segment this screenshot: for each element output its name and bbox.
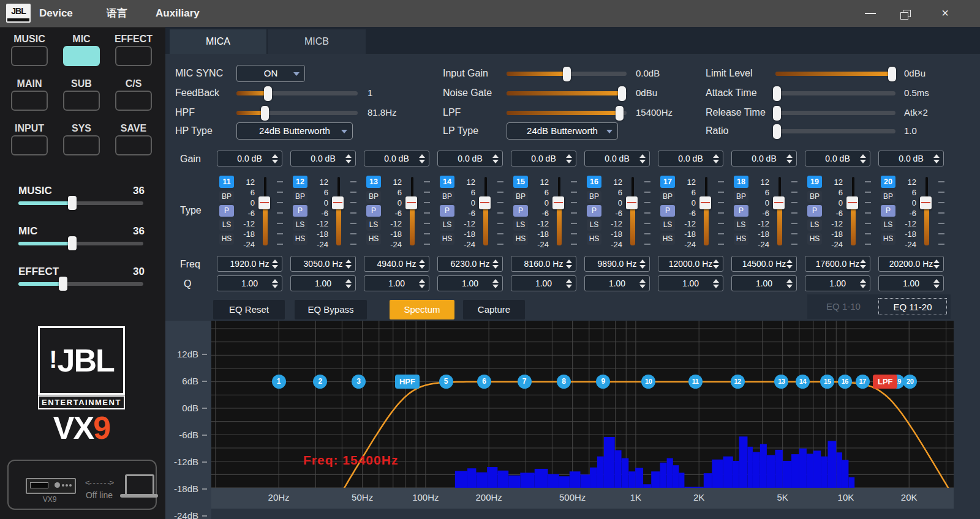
eq-type-button-p-18[interactable]: P [734, 205, 748, 217]
eq-type-button-bp-19[interactable]: BP [807, 191, 822, 203]
eq-type-button-hs-19[interactable]: HS [807, 233, 822, 245]
eq-gain-fader-14[interactable] [479, 196, 491, 209]
nav-button-sys[interactable] [63, 135, 100, 155]
eq-type-button-ls-18[interactable]: LS [734, 219, 748, 231]
eq-type-button-ls-12[interactable]: LS [293, 219, 307, 231]
eq-gain-spinbox-11[interactable]: 0.0 dB [217, 151, 282, 166]
slider-ratio[interactable] [775, 129, 895, 133]
eq-type-button-bp-11[interactable]: BP [219, 191, 234, 203]
dropdown-hp-type[interactable]: 24dB Butterworth [236, 122, 353, 140]
spinner-arrows-icon[interactable] [933, 259, 940, 270]
spinner-arrows-icon[interactable] [566, 278, 572, 289]
eq-gain-spinbox-16[interactable]: 0.0 dB [584, 151, 650, 166]
slider-handle-feedback[interactable] [264, 86, 272, 101]
spinner-arrows-icon[interactable] [272, 154, 278, 165]
eq-gain-spinbox-14[interactable]: 0.0 dB [437, 151, 503, 166]
slider-input-gain[interactable] [507, 72, 627, 76]
spinner-arrows-icon[interactable] [492, 154, 499, 165]
eq-band-marker-12[interactable]: 12 [731, 375, 745, 389]
nav-button-input[interactable] [11, 135, 48, 155]
eq-type-button-p-14[interactable]: P [440, 205, 454, 217]
eq-freq-spinbox-12[interactable]: 3050.0 Hz [290, 256, 356, 272]
eq-type-button-bp-13[interactable]: BP [366, 191, 381, 203]
eq-type-button-ls-20[interactable]: LS [881, 219, 895, 231]
eq-type-button-hs-16[interactable]: HS [587, 233, 601, 245]
eq-gain-fader-17[interactable] [699, 196, 711, 209]
eq-freq-spinbox-16[interactable]: 9890.0 Hz [584, 256, 650, 272]
slider-handle-input-gain[interactable] [563, 67, 571, 81]
spinner-arrows-icon[interactable] [933, 278, 940, 289]
eq-band-marker-10[interactable]: 10 [641, 375, 655, 389]
eq-band-marker-5[interactable]: 5 [439, 375, 453, 389]
slider-handle-hpf[interactable] [261, 106, 269, 121]
eq-band-marker-3[interactable]: 3 [352, 375, 366, 389]
eq-band-marker-2[interactable]: 2 [313, 375, 327, 389]
eq-band-marker-14[interactable]: 14 [796, 375, 810, 389]
spinner-arrows-icon[interactable] [345, 154, 352, 165]
eq-type-button-bp-16[interactable]: BP [587, 191, 601, 203]
eq-gain-fader-16[interactable] [626, 196, 638, 209]
eq-type-button-hs-14[interactable]: HS [440, 233, 454, 245]
nav-button-mic[interactable] [63, 46, 100, 66]
eq-band-marker-20[interactable]: 20 [903, 375, 917, 389]
eq-type-button-bp-20[interactable]: BP [881, 191, 895, 203]
slider-handle-release-time[interactable] [773, 106, 781, 121]
eq-type-button-bp-18[interactable]: BP [734, 191, 748, 203]
eq-type-button-bp-14[interactable]: BP [440, 191, 454, 203]
eq-type-button-ls-13[interactable]: LS [366, 219, 381, 231]
eq-gain-spinbox-17[interactable]: 0.0 dB [658, 151, 723, 166]
eq-q-spinbox-20[interactable]: 1.00 [878, 275, 944, 291]
spinner-arrows-icon[interactable] [639, 154, 646, 165]
eq-type-button-hs-12[interactable]: HS [293, 233, 307, 245]
eq-band-number-19[interactable]: 19 [807, 176, 822, 188]
spinner-arrows-icon[interactable] [345, 259, 352, 270]
eq-band-marker-15[interactable]: 15 [820, 375, 834, 389]
eq-band-marker-1[interactable]: 1 [272, 375, 286, 389]
mix-slider-handle-music[interactable] [68, 196, 77, 210]
eq-type-button-ls-15[interactable]: LS [513, 219, 528, 231]
spinner-arrows-icon[interactable] [419, 278, 425, 289]
mix-slider-mic[interactable] [18, 242, 143, 245]
eq-page-tab-eq-11-20[interactable]: EQ 11-20 [878, 298, 947, 315]
close-button[interactable]: × [931, 0, 959, 27]
lpf-badge[interactable]: LPF [873, 375, 897, 389]
eq-gain-spinbox-18[interactable]: 0.0 dB [731, 151, 797, 166]
tab-micb[interactable]: MICB [268, 29, 366, 54]
eq-freq-spinbox-13[interactable]: 4940.0 Hz [364, 256, 429, 272]
eq-gain-fader-15[interactable] [552, 196, 564, 209]
eq-band-marker-17[interactable]: 17 [856, 375, 870, 389]
slider-hpf[interactable] [236, 111, 358, 115]
eq-type-button-hs-20[interactable]: HS [881, 233, 895, 245]
eq-type-button-ls-17[interactable]: LS [660, 219, 675, 231]
eq-type-button-hs-17[interactable]: HS [660, 233, 675, 245]
eq-band-marker-8[interactable]: 8 [557, 375, 571, 389]
restore-button[interactable] [893, 0, 921, 27]
eq-freq-spinbox-17[interactable]: 12000.0 Hz [658, 256, 723, 272]
eq-gain-spinbox-15[interactable]: 0.0 dB [511, 151, 576, 166]
spinner-arrows-icon[interactable] [933, 154, 940, 165]
nav-button-c-s[interactable] [115, 91, 152, 111]
spinner-arrows-icon[interactable] [639, 259, 646, 270]
spinner-arrows-icon[interactable] [419, 154, 425, 165]
mix-slider-music[interactable] [18, 201, 143, 205]
spinner-arrows-icon[interactable] [713, 154, 719, 165]
spinner-arrows-icon[interactable] [860, 154, 866, 165]
eq-type-button-p-11[interactable]: P [219, 205, 234, 217]
nav-button-main[interactable] [11, 91, 48, 111]
eq-freq-spinbox-19[interactable]: 17600.0 Hz [805, 256, 870, 272]
nav-button-save[interactable] [115, 135, 152, 155]
eq-type-button-p-17[interactable]: P [660, 205, 675, 217]
eq-gain-fader-13[interactable] [405, 196, 417, 209]
eq-freq-spinbox-15[interactable]: 8160.0 Hz [511, 256, 576, 272]
eq-q-spinbox-15[interactable]: 1.00 [511, 275, 576, 291]
spinner-arrows-icon[interactable] [272, 259, 278, 270]
eq-band-marker-16[interactable]: 16 [838, 375, 852, 389]
eq-band-marker-11[interactable]: 11 [688, 375, 703, 389]
eq-type-button-ls-19[interactable]: LS [807, 219, 822, 231]
eq-q-spinbox-14[interactable]: 1.00 [437, 275, 503, 291]
eq-gain-fader-20[interactable] [920, 196, 932, 209]
eq-type-button-p-15[interactable]: P [513, 205, 528, 217]
slider-release-time[interactable] [775, 111, 895, 115]
eq-q-spinbox-13[interactable]: 1.00 [364, 275, 429, 291]
eq-band-number-20[interactable]: 20 [881, 176, 895, 188]
